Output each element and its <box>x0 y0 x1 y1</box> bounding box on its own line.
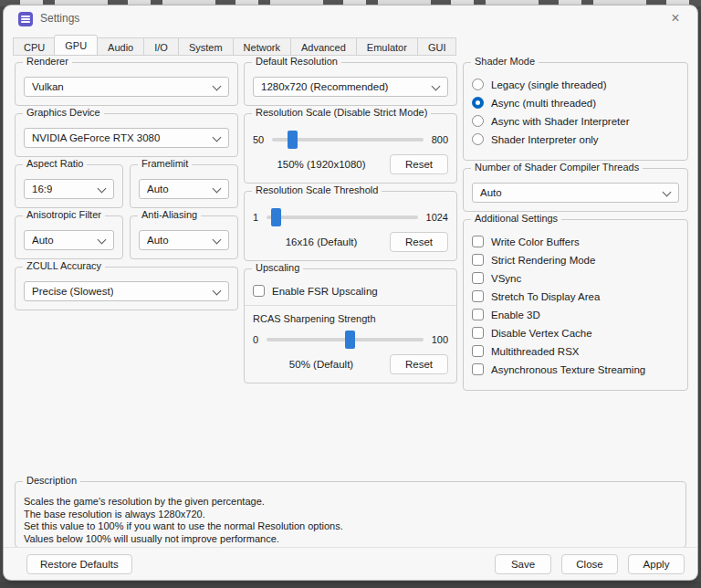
checkbox-label: Enable 3D <box>491 310 540 320</box>
graphics-device-value: NVIDIA GeForce RTX 3080 <box>32 132 160 143</box>
shader-compiler-threads-group: Number of Shader Compiler Threads Auto <box>463 168 688 212</box>
resolution-scale-group-label: Resolution Scale (Disable Strict Mode) <box>252 107 431 118</box>
graphics-device-select[interactable]: NVIDIA GeForce RTX 3080 <box>24 128 229 148</box>
tab-advanced[interactable]: Advanced <box>290 37 356 56</box>
checkbox-stretch-to-display-area[interactable]: Stretch To Display Area <box>472 290 679 302</box>
enable-fsr-upscaling-checkbox[interactable]: Enable FSR Upscaling <box>253 285 448 297</box>
tab-gpu[interactable]: GPU <box>54 35 98 56</box>
threshold-slider-handle[interactable] <box>271 208 281 226</box>
graphics-device-group-label: Graphics Device <box>23 107 104 118</box>
checkbox-label: Asynchronous Texture Streaming <box>491 364 645 375</box>
checkbox-label: VSync <box>491 273 521 284</box>
renderer-select[interactable]: Vulkan <box>24 77 229 97</box>
threshold-slider[interactable] <box>267 215 417 219</box>
settings-app-icon <box>18 12 33 26</box>
anti-aliasing-group-label: Anti-Aliasing <box>138 209 201 220</box>
tab-audio[interactable]: Audio <box>97 37 143 56</box>
chevron-down-icon <box>432 82 441 91</box>
tab-system[interactable]: System <box>178 37 233 56</box>
description-line: The base resolution is always 1280x720. <box>24 509 677 521</box>
rcas-value: 50% (Default) <box>253 359 390 370</box>
checkbox-enable-3d[interactable]: Enable 3D <box>472 309 679 320</box>
tab-gui[interactable]: GUI <box>417 37 457 56</box>
tab-emulator[interactable]: Emulator <box>356 37 417 56</box>
checkbox-box[interactable] <box>253 285 265 297</box>
radio-icon[interactable] <box>472 115 484 127</box>
resolution-scale-max: 800 <box>432 134 448 145</box>
shader-compiler-threads-select[interactable]: Auto <box>472 183 679 203</box>
checkbox-box[interactable] <box>472 327 484 339</box>
rcas-slider[interactable] <box>267 338 424 341</box>
threshold-reset-button[interactable]: Reset <box>390 232 448 252</box>
zcull-accuracy-value: Precise (Slowest) <box>32 286 113 297</box>
resolution-scale-slider-handle[interactable] <box>288 131 298 149</box>
checkbox-asynchronous-texture-streaming[interactable]: Asynchronous Texture Streaming <box>472 363 679 375</box>
anisotropic-filter-select[interactable]: Auto <box>24 230 114 250</box>
rcas-slider-handle[interactable] <box>345 331 355 349</box>
close-icon[interactable]: × <box>666 9 685 27</box>
chevron-down-icon <box>213 133 222 142</box>
radio-icon[interactable] <box>472 79 484 90</box>
zcull-accuracy-group-label: ZCULL Accuracy <box>23 260 105 271</box>
radio-label: Async (multi threaded) <box>491 98 596 109</box>
radio-async-shader-interpreter[interactable]: Async with Shader Interpreter <box>472 115 679 127</box>
checkbox-vsync[interactable]: VSync <box>472 272 679 284</box>
tab-bar: CPU GPU Audio I/O System Network Advance… <box>13 35 456 56</box>
anti-aliasing-select[interactable]: Auto <box>139 230 229 250</box>
framelimit-select[interactable]: Auto <box>139 179 229 199</box>
additional-settings-group-label: Additional Settings <box>471 213 561 224</box>
chevron-down-icon <box>663 188 672 197</box>
checkbox-box[interactable] <box>472 272 484 284</box>
window-title: Settings <box>40 12 79 25</box>
checkbox-label: Multithreaded RSX <box>491 346 580 357</box>
radio-shader-interpreter-only[interactable]: Shader Interpreter only <box>472 133 679 145</box>
tab-cpu[interactable]: CPU <box>13 37 55 56</box>
checkbox-box[interactable] <box>472 254 484 266</box>
rcas-reset-button[interactable]: Reset <box>390 354 448 374</box>
save-button[interactable]: Save <box>495 554 551 574</box>
desktop-background-bottom <box>0 582 701 588</box>
checkbox-box[interactable] <box>472 236 484 247</box>
threshold-value: 16x16 (Default) <box>253 236 390 247</box>
anisotropic-filter-value: Auto <box>32 235 54 246</box>
apply-button[interactable]: Apply <box>628 554 685 574</box>
radio-legacy-single-threaded[interactable]: Legacy (single threaded) <box>472 79 679 90</box>
chevron-down-icon <box>213 184 222 194</box>
chevron-down-icon <box>98 184 107 194</box>
checkbox-multithreaded-rsx[interactable]: Multithreaded RSX <box>472 345 679 357</box>
anti-aliasing-value: Auto <box>147 235 169 246</box>
checkbox-box[interactable] <box>472 345 484 357</box>
upscaling-group-label: Upscaling <box>252 262 303 273</box>
resolution-scale-slider[interactable] <box>272 138 423 142</box>
checkbox-strict-rendering-mode[interactable]: Strict Rendering Mode <box>472 254 679 266</box>
rcas-max: 100 <box>432 334 448 345</box>
tab-io[interactable]: I/O <box>143 37 178 56</box>
anti-aliasing-group: Anti-Aliasing Auto <box>130 215 238 259</box>
checkbox-box[interactable] <box>472 363 484 375</box>
checkbox-label: Disable Vertex Cache <box>491 328 592 339</box>
checkbox-disable-vertex-cache[interactable]: Disable Vertex Cache <box>472 327 679 339</box>
rcas-min: 0 <box>253 334 258 345</box>
rcas-label: RCAS Sharpening Strength <box>253 313 448 324</box>
zcull-accuracy-select[interactable]: Precise (Slowest) <box>24 281 229 301</box>
checkbox-box[interactable] <box>472 309 484 320</box>
tab-network[interactable]: Network <box>233 37 290 56</box>
checkbox-label: Strict Rendering Mode <box>491 255 595 266</box>
resolution-scale-reset-button[interactable]: Reset <box>390 154 448 174</box>
settings-window: Settings × CPU GPU Audio I/O System Netw… <box>4 5 697 580</box>
radio-icon[interactable] <box>472 133 484 145</box>
renderer-group: Renderer Vulkan <box>15 62 238 106</box>
radio-async-multi-threaded[interactable]: Async (multi threaded) <box>472 97 679 109</box>
aspect-ratio-select[interactable]: 16:9 <box>24 179 114 199</box>
restore-defaults-button[interactable]: Restore Defaults <box>26 554 132 574</box>
checkbox-write-color-buffers[interactable]: Write Color Buffers <box>472 236 679 247</box>
default-resolution-group: Default Resolution 1280x720 (Recommended… <box>244 62 457 106</box>
checkbox-box[interactable] <box>472 290 484 302</box>
radio-label: Legacy (single threaded) <box>491 79 607 90</box>
framelimit-value: Auto <box>147 184 169 194</box>
footer-bar: Restore Defaults Save Close Apply <box>4 547 697 580</box>
radio-icon[interactable] <box>472 97 484 109</box>
anisotropic-filter-group: Anisotropic Filter Auto <box>15 215 123 259</box>
close-button[interactable]: Close <box>561 554 618 574</box>
default-resolution-select[interactable]: 1280x720 (Recommended) <box>253 77 448 97</box>
